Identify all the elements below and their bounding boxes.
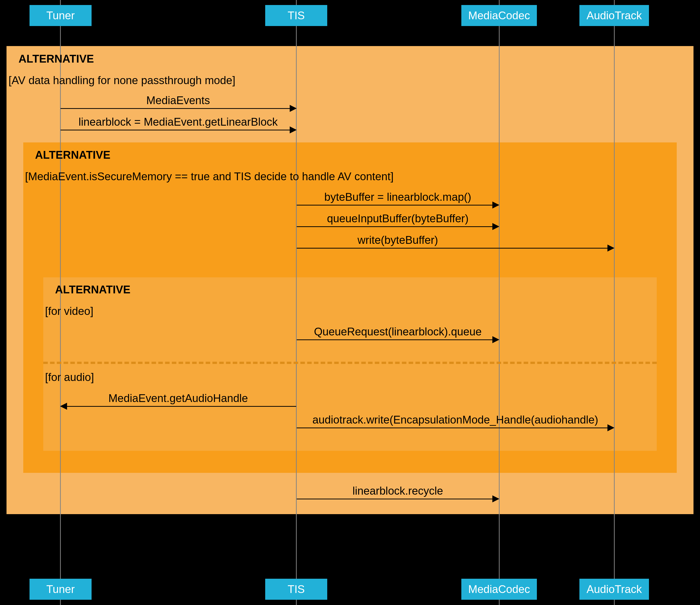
arrow-m1 [60,108,290,109]
arrow-m5 [297,248,607,248]
msg-getlinearblock: linearblock = MediaEvent.getLinearBlock [60,116,296,128]
alt-condition-2: [MediaEvent.isSecureMemory == true and T… [25,170,394,183]
actor-tuner-bottom-label: Tuner [46,583,75,596]
alt-condition-video: [for video] [45,305,93,317]
arrowhead-m4 [492,223,499,230]
alt-label-2: ALTERNATIVE [35,149,110,161]
arrow-m4 [297,226,492,227]
arrowhead-m5 [607,245,615,251]
alt-condition-1: [AV data handling for none passthrough m… [8,74,235,87]
msg-queuerequest: QueueRequest(linearblock).queue [297,325,499,338]
actor-tis-top: TIS [265,5,327,26]
alt-label-1: ALTERNATIVE [19,53,94,65]
arrow-m9 [297,499,492,499]
actor-audiotrack-top: AudioTrack [579,5,649,26]
msg-mediaevents: MediaEvents [60,94,296,106]
actor-tuner-bottom: Tuner [29,579,92,600]
msg-audiotrack-write: audiotrack.write(EncapsulationMode_Handl… [297,413,614,426]
arrow-m2 [60,130,290,130]
msg-linearblock-map: byteBuffer = linearblock.map() [297,191,499,203]
arrowhead-m9 [492,495,499,502]
arrow-m6 [297,339,492,340]
msg-write-bytebuffer: write(byteBuffer) [297,234,499,246]
lifeline-audiotrack-over [614,46,615,514]
arrowhead-m7 [60,403,67,410]
msg-linearblock-recycle: linearblock.recycle [297,485,499,497]
actor-audiotrack-bottom-label: AudioTrack [587,583,642,596]
msg-getaudiohandle: MediaEvent.getAudioHandle [60,392,296,405]
arrowhead-m2 [290,126,297,134]
actor-tuner-top: Tuner [29,5,92,26]
actor-audiotrack-top-label: AudioTrack [587,9,642,22]
arrowhead-m1 [290,105,297,112]
lifeline-tis-over [296,46,297,514]
actor-tuner-top-label: Tuner [46,9,75,22]
actor-tis-top-label: TIS [288,9,305,22]
alt-label-3: ALTERNATIVE [55,283,130,296]
arrowhead-m8 [607,424,615,431]
arrow-m3 [297,205,492,205]
msg-queueinputbuffer: queueInputBuffer(byteBuffer) [297,212,499,225]
alt-divider [43,362,657,364]
arrowhead-m6 [492,336,499,343]
actor-audiotrack-bottom: AudioTrack [579,579,649,600]
actor-mediacodec-top-label: MediaCodec [468,9,530,22]
actor-mediacodec-bottom: MediaCodec [461,579,537,600]
actor-mediacodec-bottom-label: MediaCodec [468,583,530,596]
lifeline-mediacodec-over [499,46,500,514]
actor-tis-bottom-label: TIS [288,583,305,596]
arrowhead-m3 [492,201,499,209]
actor-tis-bottom: TIS [265,579,327,600]
arrow-m8 [297,428,607,428]
alt-condition-audio: [for audio] [45,371,94,384]
actor-mediacodec-top: MediaCodec [461,5,537,26]
arrow-m7 [67,406,296,407]
